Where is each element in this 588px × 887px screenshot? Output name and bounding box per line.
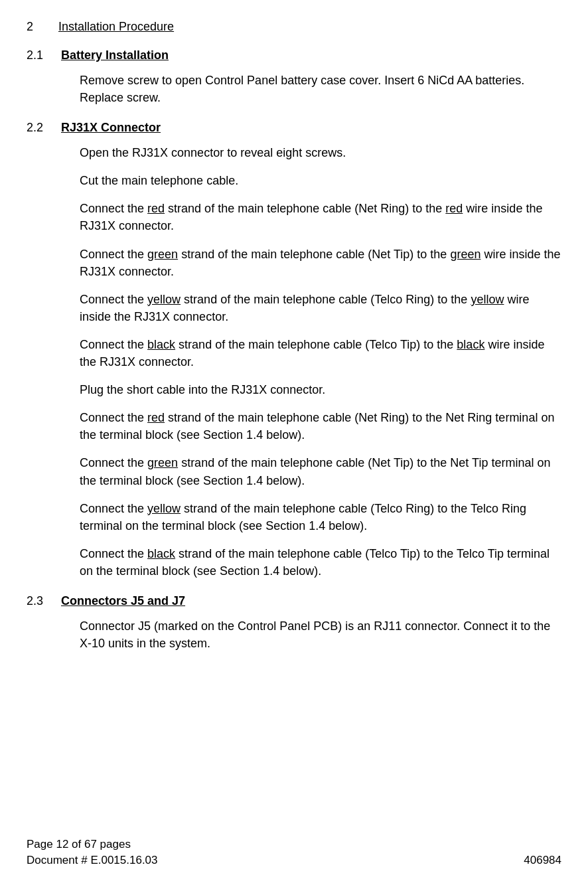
section-2-2-para-5: Connect the yellow strand of the main te… — [80, 291, 561, 325]
section-2-1-header: 2.1 Battery Installation — [27, 48, 561, 62]
section-2-header: 2 Installation Procedure — [27, 20, 561, 34]
section-2-2-para-7: Plug the short cable into the RJ31X conn… — [80, 381, 561, 398]
yellow-underline-2: yellow — [471, 293, 504, 306]
section-2-3-title: Connectors J5 and J7 — [61, 594, 185, 608]
section-2-2-title: RJ31X Connector — [61, 121, 161, 135]
section-2-2-para-2: Cut the main telephone cable. — [80, 172, 561, 189]
green-underline-1: green — [147, 248, 178, 261]
section-2-3-header: 2.3 Connectors J5 and J7 — [27, 594, 561, 608]
section-2-number: 2 — [27, 20, 58, 34]
section-2-2-header: 2.2 RJ31X Connector — [27, 121, 561, 135]
page-info: Page 12 of 67 pages — [27, 838, 561, 851]
section-2-1-number: 2.1 — [27, 48, 61, 62]
section-2-3-para-1: Connector J5 (marked on the Control Pane… — [80, 617, 561, 652]
section-2-title: Installation Procedure — [58, 20, 174, 34]
section-2-1-title: Battery Installation — [61, 48, 169, 62]
section-2-3-number: 2.3 — [27, 594, 61, 608]
green-underline-2: green — [450, 248, 480, 261]
section-2-2-para-3: Connect the red strand of the main telep… — [80, 200, 561, 234]
section-2-2-para-9: Connect the green strand of the main tel… — [80, 454, 561, 489]
doc-id: 406984 — [524, 854, 561, 867]
red-underline-1: red — [147, 202, 165, 215]
section-2-2-para-10: Connect the yellow strand of the main te… — [80, 500, 561, 534]
section-2-2-para-6: Connect the black strand of the main tel… — [80, 336, 561, 370]
section-2-2-para-8: Connect the red strand of the main telep… — [80, 409, 561, 444]
doc-number: Document # E.0015.16.03 — [27, 854, 158, 867]
page-content: 2 Installation Procedure 2.1 Battery Ins… — [27, 20, 561, 652]
black-underline-1: black — [147, 338, 175, 351]
green-underline-3: green — [147, 456, 178, 469]
red-underline-3: red — [147, 411, 165, 424]
red-underline-2: red — [445, 202, 463, 215]
section-2-1-para-1: Remove screw to open Control Panel batte… — [80, 72, 561, 106]
section-2-2-number: 2.2 — [27, 121, 61, 135]
footer: Page 12 of 67 pages Document # E.0015.16… — [27, 838, 561, 867]
black-underline-2: black — [457, 338, 484, 351]
section-2-2-para-1: Open the RJ31X connector to reveal eight… — [80, 144, 561, 161]
black-underline-3: black — [147, 547, 175, 560]
yellow-underline-1: yellow — [147, 293, 181, 306]
section-2-2-para-4: Connect the green strand of the main tel… — [80, 246, 561, 280]
footer-doc-line: Document # E.0015.16.03 406984 — [27, 854, 561, 867]
yellow-underline-3: yellow — [147, 502, 181, 515]
section-2-2-para-11: Connect the black strand of the main tel… — [80, 545, 561, 580]
